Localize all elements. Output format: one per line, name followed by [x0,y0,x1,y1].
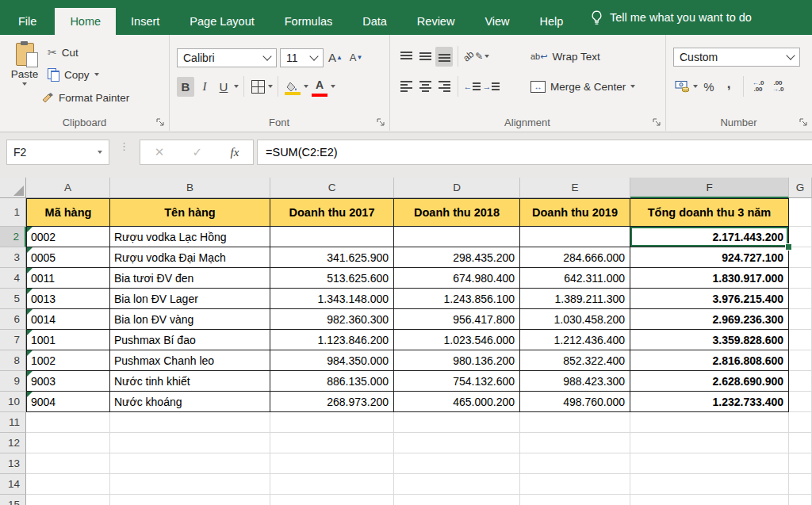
align-middle-button[interactable] [416,47,434,67]
col-header-F[interactable]: F [630,178,789,198]
col-header-E[interactable]: E [520,178,630,198]
font-dialog-launcher[interactable] [376,117,385,127]
cell-D2[interactable] [394,227,520,247]
cell-D13[interactable] [394,453,520,474]
tab-review[interactable]: Review [402,8,470,35]
cell-C5[interactable]: 1.343.148.000 [270,289,394,309]
copy-dropdown-arrow[interactable] [94,73,99,76]
cell-F14[interactable] [630,474,789,495]
cell-G4[interactable] [789,268,812,289]
format-painter-button[interactable]: Format Painter [41,88,129,107]
row-header-1[interactable]: 1 [0,198,26,227]
cell-E12[interactable] [520,433,630,453]
orientation-dropdown-arrow[interactable] [485,55,489,58]
cell-C2[interactable] [270,227,394,247]
cell-A6[interactable]: 0014 [26,309,110,330]
cell-A14[interactable] [26,474,110,495]
cut-button[interactable]: ✂ Cut [48,43,79,62]
cell-D9[interactable]: 754.132.600 [394,371,520,392]
cell-A15[interactable] [26,495,110,505]
cell-F2[interactable]: 2.171.443.200 [630,227,789,247]
col-header-D[interactable]: D [394,178,520,198]
cell-G13[interactable] [789,453,812,474]
cell-G1[interactable] [789,198,812,227]
cell-E7[interactable]: 1.212.436.400 [520,330,630,350]
cell-E4[interactable]: 642.311.000 [520,268,630,289]
row-header-15[interactable]: 15 [0,495,26,505]
row-header-10[interactable]: 10 [0,392,26,412]
cell-B1[interactable]: Tên hàng [110,198,270,227]
cell-D11[interactable] [394,412,520,433]
col-header-B[interactable]: B [110,178,270,198]
increase-indent-button[interactable]: → [482,77,500,97]
cell-G15[interactable] [789,495,812,505]
cell-B4[interactable]: Bia tươi ĐV đen [110,268,270,289]
cell-F13[interactable] [630,453,789,474]
cell-F3[interactable]: 924.727.100 [630,247,789,268]
cell-B6[interactable]: Bia lon ĐV vàng [110,309,270,330]
cell-E2[interactable] [520,227,630,247]
cell-F11[interactable] [630,412,789,433]
cell-D10[interactable]: 465.000.200 [394,392,520,412]
cell-A11[interactable] [26,412,110,433]
cell-A4[interactable]: 0011 [26,268,110,289]
cell-A9[interactable]: 9003 [26,371,110,392]
cell-F6[interactable]: 2.969.236.300 [630,309,789,330]
name-box-dropdown-arrow[interactable] [98,151,102,154]
insert-function-icon[interactable]: fx [230,146,239,159]
cell-E1[interactable]: Doanh thu 2019 [520,198,630,227]
clipboard-dialog-launcher[interactable] [155,117,165,127]
cell-E3[interactable]: 284.666.000 [520,247,630,268]
cell-B7[interactable]: Pushmax Bí đao [110,330,270,350]
cell-C8[interactable]: 984.350.000 [270,350,394,371]
cell-C4[interactable]: 513.625.600 [270,268,394,289]
cancel-icon[interactable]: ✕ [155,145,165,159]
row-header-14[interactable]: 14 [0,474,26,495]
cell-F10[interactable]: 1.232.733.400 [630,392,789,412]
cell-B9[interactable]: Nước tinh khiết [110,371,270,392]
cell-C15[interactable] [270,495,394,505]
cell-D1[interactable]: Doanh thu 2018 [394,198,520,227]
cell-A7[interactable]: 1001 [26,330,110,350]
cell-C6[interactable]: 982.360.300 [270,309,394,330]
row-header-3[interactable]: 3 [0,247,26,268]
underline-dropdown-arrow[interactable] [234,85,239,88]
col-header-C[interactable]: C [270,178,394,198]
increase-decimal-button[interactable]: ←.0.00 [749,77,767,97]
cell-B2[interactable]: Rượu vodka Lạc Hồng [110,227,270,247]
cell-G5[interactable] [789,289,812,309]
cell-D8[interactable]: 980.136.200 [394,350,520,371]
cell-D14[interactable] [394,474,520,495]
tab-insert[interactable]: Insert [116,8,174,35]
cell-D5[interactable]: 1.243.856.100 [394,289,520,309]
cell-D4[interactable]: 674.980.400 [394,268,520,289]
cell-A10[interactable]: 9004 [26,392,110,412]
italic-button[interactable]: I [196,77,213,97]
cell-B5[interactable]: Bia lon ĐV Lager [110,289,270,309]
borders-button[interactable] [249,77,266,97]
row-header-13[interactable]: 13 [0,453,26,474]
tab-help[interactable]: Help [525,8,579,35]
cell-F15[interactable] [630,495,789,505]
cell-E14[interactable] [520,474,630,495]
cell-D12[interactable] [394,433,520,453]
cell-F4[interactable]: 1.830.917.000 [630,268,789,289]
wrap-text-button[interactable]: ab↩ Wrap Text [530,46,600,67]
row-header-12[interactable]: 12 [0,433,26,453]
merge-center-dropdown-arrow[interactable] [630,85,635,88]
font-color-dropdown-arrow[interactable] [331,85,335,88]
name-box[interactable]: F2 [6,140,109,165]
cell-A12[interactable] [26,433,110,453]
cell-G12[interactable] [789,433,812,453]
font-size-select[interactable]: 11 [280,48,324,67]
cell-B13[interactable] [110,453,270,474]
align-right-button[interactable] [435,77,453,97]
cell-B8[interactable]: Pushmax Chanh leo [110,350,270,371]
col-header-G[interactable]: G [789,178,812,198]
cell-C12[interactable] [270,433,394,453]
tab-home[interactable]: Home [55,8,116,35]
cell-B3[interactable]: Rượu vodka Đại Mạch [110,247,270,268]
tab-formulas[interactable]: Formulas [270,8,347,35]
row-header-4[interactable]: 4 [0,268,26,289]
underline-button[interactable]: U [215,77,232,97]
